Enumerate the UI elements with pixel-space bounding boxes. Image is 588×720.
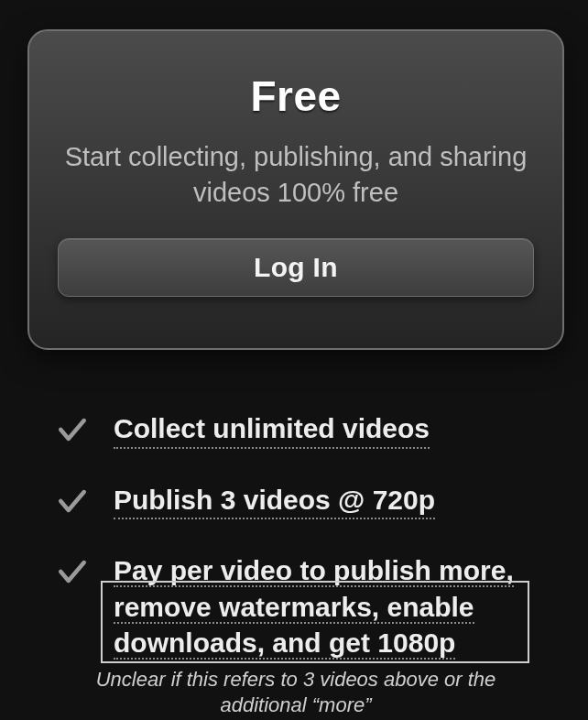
plan-title: Free: [250, 71, 341, 121]
feature-label: Pay per video to publish more, remove wa…: [114, 552, 535, 661]
check-icon: [57, 485, 88, 517]
list-item: Collect unlimited videos: [57, 410, 535, 449]
list-item: Pay per video to publish more, remove wa…: [57, 552, 535, 661]
check-icon: [57, 414, 88, 445]
feature-label: Publish 3 videos @ 720p: [114, 482, 435, 520]
login-button[interactable]: Log In: [58, 238, 534, 297]
feature-label: Collect unlimited videos: [114, 410, 430, 449]
check-icon: [57, 556, 88, 587]
plan-card-free: Free Start collecting, publishing, and s…: [27, 29, 564, 350]
plan-subtitle: Start collecting, publishing, and sharin…: [58, 139, 534, 211]
feature-list: Collect unlimited videos Publish 3 video…: [57, 410, 535, 661]
list-item: Publish 3 videos @ 720p: [57, 482, 535, 520]
annotation-caption: Unclear if this refers to 3 videos above…: [57, 667, 535, 717]
login-button-label: Log In: [254, 252, 338, 283]
